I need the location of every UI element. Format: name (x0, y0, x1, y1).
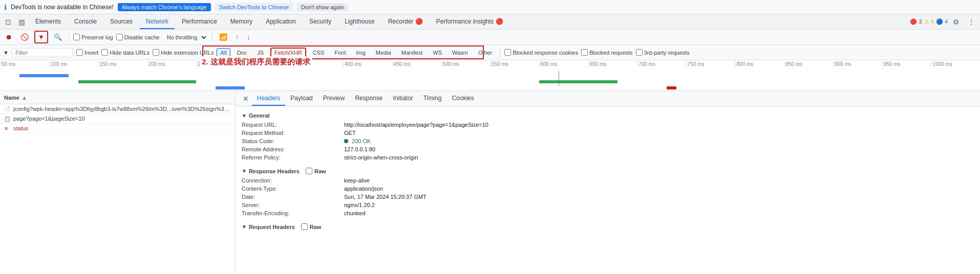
throttle-select[interactable]: No throttling (163, 33, 208, 42)
tick-900ms: 900 ms (833, 61, 882, 67)
tick-100ms: 100 ms (49, 61, 98, 67)
tab-recorder[interactable]: Recorder 🔴 (382, 15, 429, 29)
hide-ext-urls-checkbox[interactable]: Hide extension URLs (153, 49, 214, 56)
detail-row-connection: Connection: keep-alive (242, 176, 974, 185)
filter-type-all[interactable]: All (217, 48, 230, 57)
tick-150ms: 150 ms (98, 61, 147, 67)
general-section-header[interactable]: ▼ General (242, 110, 974, 121)
request-headers-section-header[interactable]: ▼ Request Headers Raw (242, 221, 974, 232)
filter-type-js[interactable]: JS (253, 48, 267, 57)
search-button[interactable]: 🔍 (51, 32, 65, 42)
raw-checkbox[interactable]: Raw (306, 168, 326, 174)
preserve-log-checkbox[interactable]: Preserve log (73, 34, 113, 40)
response-headers-section-header[interactable]: ▼ Response Headers Raw (242, 166, 974, 176)
tab-elements[interactable]: Elements (29, 15, 67, 29)
annotation-text: 2. 这就是我们程序员需要的请求 (200, 56, 312, 68)
disable-cache-checkbox[interactable]: Disable cache (116, 34, 160, 40)
waterfall-bar-jconfig (19, 74, 69, 77)
tab-console[interactable]: Console (68, 15, 103, 29)
tab-security[interactable]: Security (303, 15, 337, 29)
tab-application[interactable]: Application (260, 15, 302, 29)
tick-650ms: 650 ms (588, 61, 637, 67)
section-arrow-icon: ▼ (242, 224, 247, 230)
filter-type-font[interactable]: Font (331, 48, 349, 57)
settings-icon[interactable]: ⚙ (950, 16, 963, 28)
timeline-ruler: 50 ms 100 ms 150 ms 200 ms 250 ms 300 ms… (0, 60, 980, 67)
xhr-icon: 📋 (4, 116, 11, 122)
timeline-area: 50 ms 100 ms 150 ms 200 ms 250 ms 300 ms… (0, 60, 980, 91)
filter-type-img[interactable]: Img (352, 48, 369, 57)
wifi-icon[interactable]: 📶 (217, 32, 230, 42)
filter-type-ws[interactable]: WS (429, 48, 445, 57)
filter-type-css[interactable]: CSS (309, 48, 328, 57)
third-party-checkbox[interactable]: 3rd-party requests (636, 49, 690, 56)
section-arrow-icon: ▼ (242, 113, 247, 119)
tab-network[interactable]: Network (140, 15, 175, 29)
list-item[interactable]: 📄 jconfig?wpk-header=app%3Dfqy8bgb3-is7w… (0, 104, 235, 114)
tab-timing[interactable]: Timing (418, 92, 447, 106)
tab-response[interactable]: Response (350, 92, 388, 106)
filter-arrow-icon: ▼ (3, 50, 9, 56)
warning-badge: ⚠ 4 (924, 18, 934, 25)
separator-3 (500, 48, 500, 57)
import-icon[interactable]: ↑ (233, 32, 242, 42)
separator-2 (212, 33, 212, 42)
hide-data-urls-checkbox[interactable]: Hide data URLs (101, 49, 150, 56)
error-icon: ✕ (4, 126, 11, 131)
raw-request-checkbox[interactable]: Raw (301, 223, 322, 230)
tab-memory[interactable]: Memory (224, 15, 259, 29)
info-badge: 🔵 4 (936, 18, 948, 25)
tick-450ms: 450 ms (392, 61, 441, 67)
record-button[interactable]: ⏺ (3, 32, 15, 42)
waterfall-bar-green (539, 80, 617, 83)
request-name: jconfig?wpk-header=app%3Dfqy8bgb3-is7w88… (13, 106, 231, 112)
details-tab-bar: ✕ Headers Payload Preview Response Initi… (236, 91, 980, 106)
waterfall-bar-red (667, 86, 676, 89)
tab-sources[interactable]: Sources (104, 15, 139, 29)
filter-button[interactable]: ▼ (34, 31, 48, 43)
info-bar: ℹ DevTools is now available in Chinese! … (0, 0, 980, 14)
export-icon[interactable]: ↓ (244, 32, 253, 42)
tab-performance[interactable]: Performance (176, 15, 223, 29)
toggle-panel-icon[interactable]: ▥ (15, 16, 28, 28)
request-name: page?page=1&pageSize=10 (13, 116, 231, 122)
filter-type-manifest[interactable]: Manifest (398, 48, 427, 57)
match-language-button[interactable]: Always match Chrome's language (118, 3, 211, 11)
tick-200ms: 200 ms (147, 61, 196, 67)
tab-preview[interactable]: Preview (318, 92, 350, 106)
switch-devtools-button[interactable]: Switch DevTools to Chinese (215, 3, 293, 11)
tab-cookies[interactable]: Cookies (446, 92, 479, 106)
filter-type-media[interactable]: Media (372, 48, 395, 57)
filter-input[interactable] (12, 48, 73, 57)
clear-button[interactable]: 🚫 (18, 32, 31, 42)
tab-performance-insights[interactable]: Performance insights 🔴 (430, 15, 509, 29)
network-toolbar: ⏺ 🚫 ▼ 🔍 Preserve log Disable cache No th… (0, 30, 980, 45)
tick-700ms: 700 ms (637, 61, 686, 67)
details-panel: ✕ Headers Payload Preview Response Initi… (236, 91, 980, 274)
tab-headers[interactable]: Headers (252, 92, 285, 106)
blocked-requests-checkbox[interactable]: Blocked requests (581, 49, 632, 56)
detail-row-transfer-encoding: Transfer-Encoding: chunked (242, 209, 974, 217)
blocked-cookies-checkbox[interactable]: Blocked response cookies (504, 49, 578, 56)
dont-show-again-button[interactable]: Don't show again (297, 3, 348, 11)
filter-type-other[interactable]: Other (475, 48, 496, 57)
tick-950ms: 950 ms (882, 61, 931, 67)
separator-1 (69, 33, 69, 42)
tab-payload[interactable]: Payload (285, 92, 317, 106)
tick-50ms: 50 ms (0, 61, 49, 67)
close-details-button[interactable]: ✕ (240, 94, 252, 104)
sort-icon: ▲ (22, 95, 27, 101)
detail-row-server: Server: nginx/1.20.2 (242, 201, 974, 209)
tab-initiator[interactable]: Initiator (388, 92, 418, 106)
more-options-icon[interactable]: ⋮ (965, 16, 978, 28)
invert-checkbox[interactable]: Invert (76, 49, 99, 56)
list-item[interactable]: 📋 page?page=1&pageSize=10 (0, 114, 235, 124)
tab-lighthouse[interactable]: Lighthouse (338, 15, 381, 29)
dock-icon[interactable]: ⊡ (2, 16, 14, 28)
filter-type-doc[interactable]: Doc (233, 48, 251, 57)
name-column-header: Name (4, 95, 19, 101)
details-content: ▼ General Request URL: http://localhost/… (236, 106, 980, 274)
tick-400ms: 400 ms (343, 61, 392, 67)
list-item[interactable]: ✕ status (0, 124, 235, 133)
filter-type-wasm[interactable]: Wasm (449, 48, 472, 57)
